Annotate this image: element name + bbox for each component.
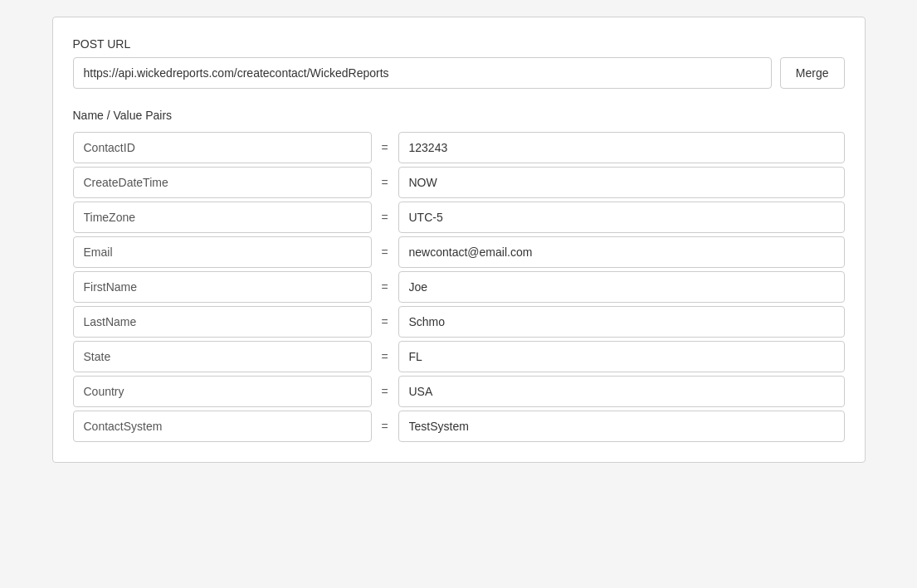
value-input-4[interactable] [398, 271, 845, 303]
post-url-label: POST URL [73, 37, 845, 51]
equals-sign-6: = [378, 350, 392, 363]
name-input-6[interactable] [73, 341, 372, 372]
name-input-8[interactable] [73, 411, 372, 442]
pair-row: = [73, 202, 845, 233]
name-input-7[interactable] [73, 376, 372, 407]
post-url-row: Merge [73, 57, 845, 89]
post-url-input[interactable] [73, 57, 772, 89]
section-label: Name / Value Pairs [73, 109, 845, 122]
equals-sign-2: = [378, 211, 392, 224]
value-input-8[interactable] [398, 411, 845, 442]
name-input-1[interactable] [73, 167, 372, 198]
name-input-0[interactable] [73, 132, 372, 163]
pair-row: = [73, 271, 845, 303]
value-input-6[interactable] [398, 341, 845, 372]
pair-row: = [73, 341, 845, 372]
value-input-3[interactable] [398, 236, 845, 268]
pairs-container: ========= [73, 132, 845, 442]
value-input-0[interactable] [398, 132, 845, 163]
equals-sign-8: = [378, 420, 392, 433]
value-input-5[interactable] [398, 306, 845, 338]
pair-row: = [73, 411, 845, 442]
equals-sign-4: = [378, 280, 392, 294]
value-input-7[interactable] [398, 376, 845, 407]
equals-sign-7: = [378, 385, 392, 398]
equals-sign-1: = [378, 176, 392, 189]
name-input-2[interactable] [73, 202, 372, 233]
name-input-3[interactable] [73, 236, 372, 268]
value-input-1[interactable] [398, 167, 845, 198]
pair-row: = [73, 132, 845, 163]
value-input-2[interactable] [398, 202, 845, 233]
equals-sign-5: = [378, 315, 392, 328]
pair-row: = [73, 306, 845, 338]
pair-row: = [73, 167, 845, 198]
pair-row: = [73, 236, 845, 268]
main-container: POST URL Merge Name / Value Pairs ======… [52, 17, 866, 463]
equals-sign-0: = [378, 141, 392, 154]
pair-row: = [73, 376, 845, 407]
merge-button[interactable]: Merge [780, 57, 845, 89]
name-input-5[interactable] [73, 306, 372, 338]
name-input-4[interactable] [73, 271, 372, 303]
equals-sign-3: = [378, 245, 392, 259]
